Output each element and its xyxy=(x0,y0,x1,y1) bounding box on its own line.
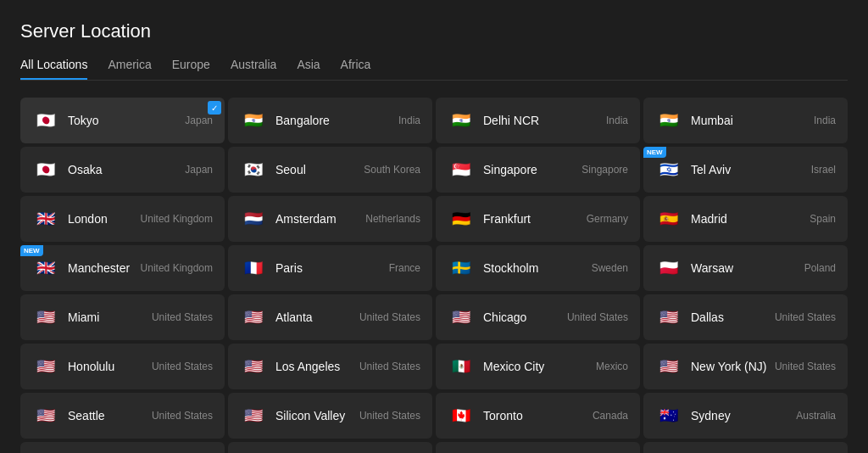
server-item[interactable]: 🇦🇺MelbourneAustralia xyxy=(20,442,225,453)
server-name: Mumbai xyxy=(691,114,814,127)
flag-icon: 🇮🇳 xyxy=(655,107,682,134)
server-item[interactable]: 🇨🇱SantiagoChile xyxy=(643,442,848,453)
server-item[interactable]: NEW🇬🇧ManchesterUnited Kingdom xyxy=(20,245,225,291)
flag-icon: 🇲🇽 xyxy=(448,353,475,380)
server-country: India xyxy=(606,115,628,126)
flag-icon: 🇪🇸 xyxy=(655,205,682,232)
server-item[interactable]: 🇺🇸Silicon ValleyUnited States xyxy=(228,393,432,439)
server-country: Spain xyxy=(810,213,836,225)
tab-australia[interactable]: Australia xyxy=(231,58,276,80)
server-country: United States xyxy=(152,311,213,323)
server-name: Los Angeles xyxy=(275,360,359,373)
server-country: Israel xyxy=(811,164,836,176)
server-name: London xyxy=(68,212,141,226)
server-item[interactable]: 🇺🇸HonoluluUnited States xyxy=(20,344,225,389)
server-name: Dallas xyxy=(691,310,775,324)
server-name: Seoul xyxy=(275,163,364,176)
server-item[interactable]: 🇩🇪FrankfurtGermany xyxy=(436,196,640,242)
flag-icon: 🇦🇺 xyxy=(655,402,682,429)
server-item[interactable]: 🇺🇸MiamiUnited States xyxy=(20,294,225,340)
server-item[interactable]: 🇸🇬SingaporeSingapore xyxy=(436,147,640,193)
server-item[interactable]: 🇯🇵OsakaJapan xyxy=(20,147,225,193)
server-item[interactable]: 🇳🇱AmsterdamNetherlands xyxy=(228,196,432,242)
server-item[interactable]: NEW🇮🇱Tel AvivIsrael xyxy=(643,147,848,193)
server-name: Chicago xyxy=(483,310,567,324)
server-name: Singapore xyxy=(483,163,581,176)
server-item[interactable]: 🇬🇧LondonUnited Kingdom xyxy=(20,196,225,242)
server-country: United States xyxy=(359,410,420,422)
server-country: Singapore xyxy=(581,164,628,176)
server-country: United States xyxy=(775,311,836,323)
server-item[interactable]: 🇺🇸ChicagoUnited States xyxy=(436,294,640,340)
flag-icon: 🇮🇳 xyxy=(240,107,267,134)
flag-icon: 🇺🇸 xyxy=(240,304,267,331)
flag-icon: 🇺🇸 xyxy=(240,402,267,429)
server-country: India xyxy=(814,115,836,126)
flag-icon: 🇰🇷 xyxy=(240,156,267,183)
flag-icon: 🇺🇸 xyxy=(32,304,59,331)
server-item[interactable]: 🇺🇸SeattleUnited States xyxy=(20,393,225,439)
tab-europe[interactable]: Europe xyxy=(172,58,210,80)
tab-africa[interactable]: Africa xyxy=(341,58,371,80)
flag-icon: 🇸🇪 xyxy=(448,254,475,282)
flag-icon: 🇸🇬 xyxy=(448,156,475,183)
server-country: United States xyxy=(152,361,213,372)
server-item[interactable]: 🇲🇽Mexico CityMexico xyxy=(436,344,640,389)
server-item[interactable]: 🇮🇳MumbaiIndia xyxy=(643,98,848,143)
server-item[interactable]: 🇨🇦TorontoCanada xyxy=(436,393,640,439)
tab-america[interactable]: America xyxy=(108,58,151,80)
server-country: United States xyxy=(359,361,420,372)
server-item[interactable]: 🇦🇺SydneyAustralia xyxy=(643,393,848,439)
server-country: Poland xyxy=(804,262,836,274)
server-item[interactable]: 🇺🇸Los AngelesUnited States xyxy=(228,344,432,389)
server-name: Miami xyxy=(68,310,152,324)
flag-icon: 🇺🇸 xyxy=(655,353,682,380)
server-country: United Kingdom xyxy=(141,262,213,274)
flag-icon: 🇳🇱 xyxy=(240,205,267,232)
new-badge: NEW xyxy=(20,245,43,256)
server-name: Stockholm xyxy=(483,261,592,275)
server-country: United States xyxy=(775,361,836,372)
flag-icon: 🇬🇧 xyxy=(32,254,59,282)
server-country: South Korea xyxy=(364,164,420,176)
server-country: India xyxy=(398,115,420,126)
server-name: Mexico City xyxy=(483,360,596,373)
tab-all-locations[interactable]: All Locations xyxy=(20,58,87,80)
server-country: United States xyxy=(359,311,420,323)
flag-icon: 🇺🇸 xyxy=(240,353,267,380)
server-country: Sweden xyxy=(592,262,628,274)
server-item[interactable]: 🇰🇷SeoulSouth Korea xyxy=(228,147,432,193)
flag-icon: 🇯🇵 xyxy=(32,107,59,134)
flag-icon: 🇮🇱 xyxy=(655,156,682,183)
server-item[interactable]: 🇮🇳BangaloreIndia xyxy=(228,98,432,143)
server-item[interactable]: 🇺🇸DallasUnited States xyxy=(643,294,848,340)
server-country: Japan xyxy=(185,164,213,176)
page-title: Server Location xyxy=(20,20,848,42)
server-item[interactable]: 🇿🇦JohannesburgSouth Africa xyxy=(228,442,432,453)
server-country: United States xyxy=(152,410,213,422)
server-country: Germany xyxy=(587,213,628,225)
server-name: Warsaw xyxy=(691,261,804,275)
server-name: Madrid xyxy=(691,212,810,226)
server-country: United States xyxy=(567,311,628,323)
server-item[interactable]: 🇧🇷São PauloBrazil xyxy=(436,442,640,453)
server-name: Sydney xyxy=(691,409,796,422)
new-badge: NEW xyxy=(643,147,666,158)
flag-icon: 🇺🇸 xyxy=(32,402,59,429)
server-name: Silicon Valley xyxy=(275,409,359,422)
server-item[interactable]: 🇺🇸AtlantaUnited States xyxy=(228,294,432,340)
server-item[interactable]: 🇮🇳Delhi NCRIndia xyxy=(436,98,640,143)
server-item[interactable]: 🇵🇱WarsawPoland xyxy=(643,245,848,291)
flag-icon: 🇯🇵 xyxy=(32,156,59,183)
server-item[interactable]: 🇺🇸New York (NJ)United States xyxy=(643,344,848,389)
server-country: France xyxy=(389,262,420,274)
flag-icon: 🇨🇦 xyxy=(448,402,475,429)
tab-asia[interactable]: Asia xyxy=(297,58,320,80)
flag-icon: 🇺🇸 xyxy=(32,353,59,380)
server-item[interactable]: 🇫🇷ParisFrance xyxy=(228,245,432,291)
server-name: Atlanta xyxy=(275,310,359,324)
server-country: Japan xyxy=(185,115,213,126)
server-item[interactable]: 🇪🇸MadridSpain xyxy=(643,196,848,242)
server-item[interactable]: 🇸🇪StockholmSweden xyxy=(436,245,640,291)
server-item[interactable]: 🇯🇵TokyoJapan✓ xyxy=(20,98,225,143)
